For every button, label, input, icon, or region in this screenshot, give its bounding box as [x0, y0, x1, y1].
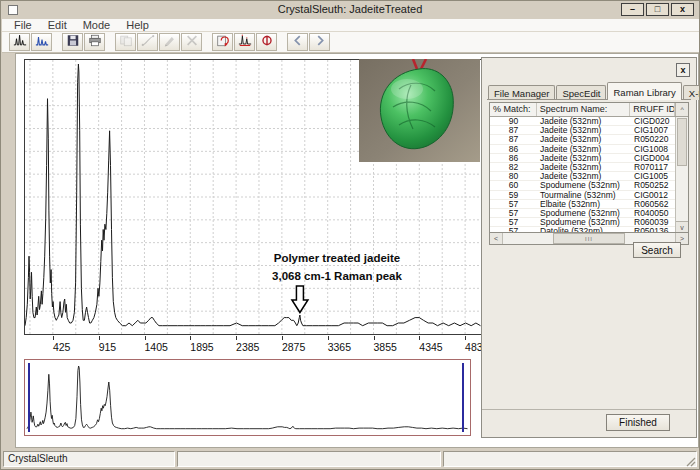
menu-file[interactable]: File	[6, 19, 40, 31]
tab-specedit[interactable]: SpecEdit	[556, 85, 606, 100]
jade-pendant-image	[359, 59, 480, 162]
baseline-correct-button	[137, 33, 158, 51]
menu-bar: FileEditModeHelp	[2, 19, 699, 32]
library-search-panel: x File ManagerSpecEditRaman LibraryX-Ray…	[481, 57, 697, 438]
scroll-down-icon[interactable]: v	[676, 221, 688, 232]
match-percent-cell: 57	[490, 226, 537, 232]
column-header-2[interactable]: RRUFF ID:	[630, 103, 675, 116]
title-bar[interactable]: CrystalSleuth: JadeiteTreated –□x	[1, 1, 699, 19]
spectrum-name-cell: Datolite (532nm)	[537, 226, 631, 232]
tick-mark	[99, 336, 100, 340]
resize-grip[interactable]	[684, 453, 696, 465]
panel-close-button[interactable]: x	[676, 63, 690, 77]
menu-help[interactable]: Help	[118, 19, 157, 31]
tick-mark	[190, 336, 191, 340]
close-button[interactable]: x	[671, 3, 694, 16]
open-raman-spectrum-button[interactable]	[9, 33, 30, 51]
copy-icon	[119, 33, 133, 51]
scroll-left-icon[interactable]: <	[490, 233, 503, 244]
pen-edit-button	[159, 33, 180, 51]
annotation-arrow-icon	[292, 286, 308, 313]
table-body: 90Jadeite (532nm)CIGD02087Jadeite (532nm…	[490, 117, 688, 232]
tab-raman-library[interactable]: Raman Library	[607, 82, 681, 100]
highlight	[391, 79, 423, 99]
pen-edit-icon	[163, 33, 177, 51]
open-xray-pattern-button[interactable]	[31, 33, 52, 51]
tick-mark	[328, 336, 329, 340]
open-raman-spectrum-icon	[13, 33, 27, 51]
peak-marker-button[interactable]	[234, 33, 255, 51]
delete-icon	[185, 33, 199, 51]
reset-view-icon	[216, 33, 230, 51]
scroll-up-icon[interactable]: ^	[675, 103, 688, 116]
tab-x-ray[interactable]: X-Ray	[683, 85, 700, 100]
open-xray-pattern-icon	[35, 33, 49, 51]
table-row[interactable]: 57Datolite (532nm)R050136	[490, 227, 676, 232]
column-header-0[interactable]: % Match:	[490, 103, 537, 116]
save-icon	[66, 33, 80, 51]
next-arrow-icon	[313, 33, 327, 51]
tick-mark	[53, 336, 54, 340]
reset-view-button[interactable]	[212, 33, 233, 51]
match-results-table: % Match:Spectrum Name:RRUFF ID:^ 90Jadei…	[489, 102, 689, 245]
tick-mark	[419, 336, 420, 340]
search-button[interactable]: Search	[633, 242, 681, 258]
overview-plot[interactable]	[25, 360, 470, 435]
print-icon	[88, 33, 102, 51]
tick-mark	[145, 336, 146, 340]
delete-button	[181, 33, 202, 51]
minimize-button[interactable]: –	[621, 3, 644, 16]
prev-arrow-icon	[291, 33, 305, 51]
annotation-line1: Polymer treated jadeite	[212, 249, 462, 267]
stop-icon	[260, 33, 274, 51]
next-arrow-button[interactable]	[309, 33, 330, 51]
overview-spectrum-chart[interactable]	[24, 359, 471, 436]
status-bar-section-2	[177, 451, 441, 467]
menu-mode[interactable]: Mode	[75, 19, 119, 31]
tab-file-manager[interactable]: File Manager	[488, 85, 555, 100]
app-window: CrystalSleuth: JadeiteTreated –□x FileEd…	[0, 0, 700, 470]
status-text: CrystalSleuth	[8, 453, 67, 464]
tick-mark	[374, 336, 375, 340]
window-controls: –□x	[621, 3, 694, 16]
baseline-correct-icon	[141, 33, 155, 51]
maximize-button[interactable]: □	[646, 3, 669, 16]
overview-spectrum-line	[27, 366, 468, 429]
save-button[interactable]	[62, 33, 83, 51]
annotation-line2: 3,068 cm-1 Raman peak	[212, 267, 462, 285]
tick-mark	[282, 336, 283, 340]
toolbar	[2, 32, 699, 53]
horizontal-scrollbar-thumb[interactable]: III	[553, 233, 625, 244]
status-bar-section-3	[443, 451, 697, 467]
finished-button[interactable]: Finished	[606, 414, 670, 431]
resize-grip-icon	[684, 455, 696, 467]
content-area: Polymer treated jadeite 3,068 cm-1 Raman…	[15, 53, 699, 448]
jade-pendant-photo	[359, 59, 480, 162]
x-axis-labels: 42591514051895238528753365385543454835	[25, 336, 481, 356]
column-header-1[interactable]: Spectrum Name:	[537, 103, 631, 116]
tick-mark	[236, 336, 237, 340]
tick-mark	[465, 336, 466, 340]
window-title: CrystalSleuth: JadeiteTreated	[1, 3, 699, 15]
table-header-row: % Match:Spectrum Name:RRUFF ID:^	[490, 103, 688, 117]
vertical-scrollbar[interactable]: v	[675, 117, 688, 232]
print-button[interactable]	[84, 33, 105, 51]
menu-edit[interactable]: Edit	[40, 19, 75, 31]
prev-arrow-button[interactable]	[287, 33, 308, 51]
rruff-id-cell: R050136	[631, 226, 676, 232]
panel-footer: Finished	[482, 409, 696, 437]
peak-marker-icon	[238, 33, 252, 51]
vertical-scrollbar-thumb[interactable]	[677, 118, 687, 166]
status-bar-section-1: CrystalSleuth	[3, 451, 175, 467]
annotation: Polymer treated jadeite 3,068 cm-1 Raman…	[212, 249, 462, 285]
stop-button[interactable]	[256, 33, 277, 51]
panel-tabs: File ManagerSpecEditRaman LibraryX-Ray	[488, 82, 700, 100]
copy-button	[115, 33, 136, 51]
